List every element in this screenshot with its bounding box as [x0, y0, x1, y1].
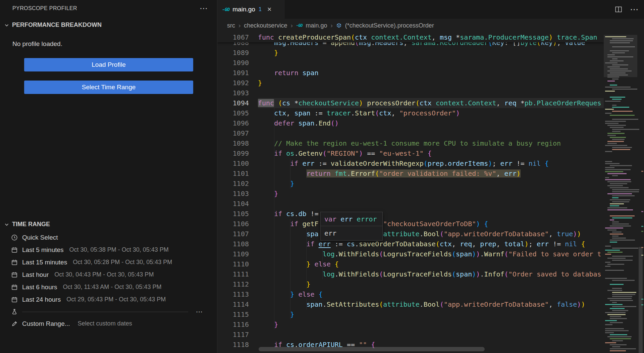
code-line[interactable]: 1110 } else { [217, 259, 604, 269]
time-range-more-icon[interactable]: ⋯ [196, 309, 203, 314]
code-line[interactable]: 1096 defer span.End() [217, 118, 604, 128]
minimap-line [607, 264, 624, 265]
custom-range-item[interactable]: Custom Range... Select custom dates [0, 317, 217, 330]
overview-ruler-tick [641, 255, 643, 256]
code-line[interactable]: 1067func createProducerSpan(ctx context.… [217, 32, 604, 42]
code-line[interactable]: 1112 } [217, 279, 604, 289]
minimap-line [605, 328, 624, 329]
line-number: 1101 [217, 168, 258, 179]
minimap-line [607, 290, 622, 291]
horizontal-scrollbar-thumb[interactable] [259, 347, 485, 351]
line-number: 1117 [217, 330, 258, 340]
sidebar-more-icon[interactable]: ⋯ [200, 6, 208, 11]
code-line[interactable]: 1107 spa attribute.Bool("app.writeOrderT… [217, 229, 604, 239]
line-number: 1115 [217, 309, 258, 319]
minimap-line [612, 260, 633, 261]
minimap-line [610, 344, 627, 345]
minimap-line [612, 217, 632, 218]
minimap-line [612, 288, 622, 289]
minimap-line [610, 242, 617, 243]
time-range-item[interactable]: Last 6 hoursOct 30, 11:43 AM - Oct 30, 0… [0, 281, 217, 293]
minimap-line [612, 105, 616, 106]
code-line[interactable]: 1101 return fmt.Errorf("order validation… [217, 168, 604, 179]
performance-breakdown-header[interactable]: PERFORMANCE BREAKDOWN [4, 21, 102, 29]
line-number: 1104 [217, 199, 258, 209]
breadcrumb: src › checkoutservice › -GO main.go › (*… [217, 19, 644, 32]
tab-label: main.go [232, 6, 255, 13]
close-icon[interactable]: × [267, 5, 272, 14]
no-profile-text: No profile loaded. [12, 40, 62, 48]
calendar-icon [11, 271, 18, 278]
code-line[interactable]: 1091 return span [217, 68, 604, 78]
code-line[interactable]: 1103 } [217, 189, 604, 199]
overview-ruler-tick [641, 304, 643, 305]
code-line[interactable]: 1094func (cs *checkoutService) processOr… [217, 98, 604, 108]
time-range-divider-row[interactable]: ⋯ [0, 306, 217, 317]
breadcrumb-process-order[interactable]: (*checkoutService).processOrder [345, 22, 434, 29]
minimap-line [612, 197, 619, 198]
breadcrumb-checkoutservice[interactable]: checkoutservice [244, 22, 287, 29]
editor-more-icon[interactable]: ⋯ [630, 7, 639, 12]
load-profile-button[interactable]: Load Profile [24, 58, 193, 71]
code-line[interactable]: 1111 log.WithFields(LogrusTraceFields(sp… [217, 269, 604, 279]
minimap-line [605, 171, 623, 172]
code-line[interactable]: 1116 } [217, 319, 604, 330]
time-range-item[interactable]: Quick Select [0, 231, 217, 244]
minimap-line [612, 302, 617, 303]
code-line[interactable]: 1098 // Make the region eu-west-1 consum… [217, 138, 604, 148]
overview-ruler-tick [641, 231, 643, 232]
code-line[interactable]: 1108 if err := cs.saveOrderToDatabase(ct… [217, 239, 604, 249]
minimap-line [612, 232, 622, 233]
method-symbol-icon [336, 23, 342, 29]
indent-guide [290, 158, 290, 189]
code-line[interactable]: 1117 [217, 330, 604, 340]
overview-ruler-tick [641, 226, 643, 227]
minimap-line [612, 248, 638, 249]
code-line[interactable]: 1097 [217, 128, 604, 138]
code-line[interactable]: 1095 ctx, span := tracer.Start(ctx, "pro… [217, 108, 604, 118]
code-line[interactable]: 1106 if getF "checkoutSaveOrderToDB") { [217, 219, 604, 229]
code-line[interactable]: 1099 if os.Getenv("REGION") == "eu-west-… [217, 148, 604, 158]
minimap-line [612, 201, 629, 202]
time-range-item[interactable]: Last 15 minutesOct 30, 05:28 PM - Oct 30… [0, 256, 217, 268]
minimap-line [612, 191, 639, 192]
code-line[interactable]: 1109 log.WithFields(LogrusTraceFields(sp… [217, 249, 604, 259]
code-line[interactable]: 1113 } else { [217, 289, 604, 299]
minimap-line [607, 209, 633, 210]
time-range-item[interactable]: Last 5 minutesOct 30, 05:38 PM - Oct 30,… [0, 244, 217, 256]
tab-main-go[interactable]: -GO main.go 1 × [217, 0, 284, 19]
code-line[interactable]: 1105 if cs.db != [217, 209, 604, 219]
time-range-item-label: Last hour [22, 271, 49, 279]
popup-suggest-item[interactable]: err [321, 226, 382, 240]
code-line[interactable]: 1114 span.SetAttributes(attribute.Bool("… [217, 299, 604, 309]
code-line[interactable]: 1093 [217, 88, 604, 98]
breadcrumb-src[interactable]: src [227, 22, 235, 29]
minimap-line [612, 175, 618, 176]
hover-popup: var err error err [320, 212, 383, 241]
code-line[interactable]: 1104 [217, 199, 604, 209]
code-line[interactable]: 1100 if err := validateOrderWithRegexp(p… [217, 158, 604, 168]
code-line[interactable]: 1092} [217, 78, 604, 88]
code-line[interactable]: 1115 } [217, 309, 604, 319]
minimap-line [605, 278, 627, 279]
line-number: 1095 [217, 108, 258, 118]
time-range-item[interactable]: Last hourOct 30, 04:43 PM - Oct 30, 05:4… [0, 268, 217, 281]
breadcrumb-main-go[interactable]: main.go [306, 22, 327, 29]
split-editor-icon[interactable] [615, 6, 622, 12]
code-editor[interactable]: 1088 msg.Headers = append(msg.Headers, s… [217, 32, 644, 353]
vertical-scrollbar-thumb[interactable] [639, 247, 643, 353]
vertical-scrollbar[interactable] [637, 32, 644, 353]
code-line[interactable]: 1102 } [217, 179, 604, 189]
minimap-line [610, 205, 619, 206]
minimap[interactable] [604, 32, 637, 353]
minimap-line [612, 149, 630, 150]
code-line[interactable]: 1089 } [217, 48, 604, 58]
code-line[interactable]: 1090 [217, 58, 604, 68]
sticky-scroll-line[interactable]: 1067func createProducerSpan(ctx context.… [217, 32, 604, 42]
line-number: 1094 [217, 98, 258, 108]
minimap-line [605, 320, 617, 321]
select-time-range-button[interactable]: Select Time Range [24, 81, 193, 94]
time-range-item[interactable]: Last 24 hoursOct 29, 05:43 PM - Oct 30, … [0, 293, 217, 306]
line-number: 1105 [217, 209, 258, 219]
time-range-header[interactable]: TIME RANGE [4, 221, 50, 228]
